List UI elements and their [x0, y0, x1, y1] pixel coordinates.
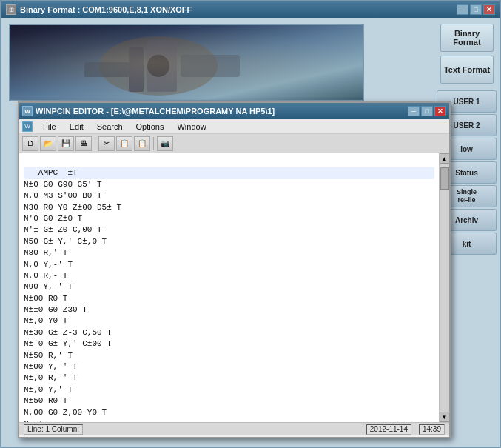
outer-close-button[interactable]: ✕	[483, 4, 495, 15]
editor-line: N30 R0 Y0 Z±00 D5± T	[24, 202, 434, 213]
menu-edit[interactable]: Edit	[64, 121, 90, 133]
editor-line: N±,0 Y,' T	[24, 384, 434, 395]
inner-close-button[interactable]: ✕	[434, 106, 446, 116]
editor-line: N,0 M3 S'00 B0 T	[24, 190, 434, 201]
editor-line: N'0 G0 Z±0 T	[24, 213, 434, 224]
outer-minimize-button[interactable]: ─	[457, 4, 468, 15]
editor-line: N50 G± Y,' C±,0 T	[24, 236, 434, 247]
editor-line: N,00 G0 Z,00 Y0 T	[24, 407, 434, 418]
outer-window: ⊞ Binary Format : COM1:9600,E,8,1 XON/XO…	[0, 0, 501, 448]
toolbar-separator-2	[153, 137, 154, 150]
status-date: 2012-11-14	[366, 424, 411, 435]
editor-line: N,0 R,- T	[24, 270, 434, 281]
status-time: 14:39	[419, 424, 445, 435]
editor-line: N±'0 G± Y,' C±00 T	[24, 338, 434, 350]
outer-titlebar-buttons: ─ □ ✕	[457, 4, 495, 15]
outer-window-icon: ⊞	[6, 4, 16, 15]
inner-window-title: WINPCIN EDITOR - [E:\@METALCHEM\PROGRAMY…	[36, 107, 275, 116]
editor-line: N±50 R0 T	[24, 395, 434, 407]
menu-file[interactable]: File	[37, 121, 62, 133]
editor-line	[24, 156, 434, 167]
editor-line: N'± G± Z0 C,00 T	[24, 224, 434, 235]
menu-search[interactable]: Search	[91, 121, 129, 133]
scrollbar-thumb[interactable]	[440, 167, 449, 190]
editor-line: N80 R,' T	[24, 247, 434, 258]
toolbar-copy-button[interactable]: 📋	[116, 136, 132, 151]
editor-line: N90 Y,-' T	[24, 281, 434, 292]
editor-line: AMPC ±T	[24, 167, 434, 178]
inner-minimize-button[interactable]: ─	[408, 106, 420, 116]
right-panel: Binary Format Text Format	[440, 24, 494, 84]
scrollbar-track	[440, 164, 450, 412]
editor-line: N±,0 Y0 T	[24, 315, 434, 327]
scrollbar-down-button[interactable]: ▼	[440, 412, 450, 422]
menu-options[interactable]: Options	[130, 121, 170, 133]
text-format-button[interactable]: Text Format	[440, 56, 494, 84]
inner-titlebar-buttons: ─ □ ✕	[408, 106, 446, 116]
editor-line: N±00 R0 T	[24, 293, 434, 304]
outer-window-title: Binary Format : COM1:9600,E,8,1 XON/XOFF	[20, 5, 192, 14]
toolbar-snapshot-button[interactable]: 📷	[157, 136, 173, 151]
menubar-icon: W	[22, 121, 33, 132]
inner-window: W WINPCIN EDITOR - [E:\@METALCHEM\PROGRA…	[18, 101, 451, 438]
editor-line: N±,0 R,-' T	[24, 372, 434, 384]
status-line-col-text: Line: 1 Column:	[27, 425, 79, 433]
toolbar-new-button[interactable]: 🗋	[22, 136, 38, 151]
toolbar-cut-button[interactable]: ✂	[98, 136, 115, 151]
editor-container: AMPC ±TN±0 G0 G90 G5' TN,0 M3 S'00 B0 TN…	[19, 153, 449, 422]
toolbar-print-button[interactable]: 🖶	[75, 136, 92, 151]
editor-line: N±50 R,' T	[24, 350, 434, 361]
menu-window[interactable]: Window	[171, 121, 212, 133]
scrollbar-up-button[interactable]: ▲	[440, 153, 450, 164]
toolbar-open-button[interactable]: 📂	[40, 136, 56, 151]
editor-content[interactable]: AMPC ±TN±0 G0 G90 G5' TN,0 M3 S'00 B0 TN…	[19, 153, 439, 422]
inner-maximize-button[interactable]: □	[421, 106, 433, 116]
inner-titlebar: W WINPCIN EDITOR - [E:\@METALCHEM\PROGRA…	[19, 103, 449, 119]
editor-scrollbar: ▲ ▼	[439, 153, 449, 422]
toolbar-separator-1	[95, 137, 95, 150]
outer-maximize-button[interactable]: □	[470, 4, 482, 15]
binary-format-button[interactable]: Binary Format	[440, 24, 494, 52]
toolbar: 🗋 📂 💾 🖶 ✂ 📋 📋 📷	[19, 134, 449, 153]
image-overlay	[10, 25, 363, 100]
editor-line: N±30 G± Z-3 C,50 T	[24, 327, 434, 338]
inner-window-icon: W	[22, 106, 33, 116]
outer-titlebar: ⊞ Binary Format : COM1:9600,E,8,1 XON/XO…	[1, 1, 500, 18]
header-image	[9, 24, 364, 101]
menubar: W File Edit Search Options Window	[19, 119, 449, 134]
editor-line: M, T	[24, 418, 434, 422]
toolbar-paste-button[interactable]: 📋	[134, 136, 150, 151]
editor-line: N±0 G0 G90 G5' T	[24, 179, 434, 190]
toolbar-save-button[interactable]: 💾	[58, 136, 74, 151]
status-line-col: Line: 1 Column:	[24, 424, 83, 435]
statusbar: Line: 1 Column: 2012-11-14 14:39	[19, 422, 449, 435]
editor-line: N±±0 G0 Z30 T	[24, 304, 434, 315]
editor-line: N,0 Y,-' T	[24, 259, 434, 270]
editor-line: N±00 Y,-' T	[24, 361, 434, 372]
